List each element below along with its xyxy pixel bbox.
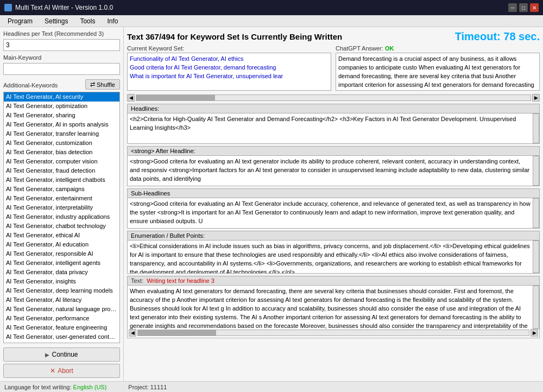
after-headline-scrollbar[interactable] xyxy=(533,156,539,186)
shuffle-icon: ⇄ xyxy=(90,81,95,88)
enumeration-content: <li>Ethical considerations in AI include… xyxy=(128,241,533,273)
app-icon xyxy=(4,4,12,11)
shuffle-button[interactable]: ⇄ Shuffle xyxy=(85,79,120,90)
list-item[interactable]: AI Text Generator, industry applications xyxy=(4,212,119,222)
text-writing-section: Text: Writing text for headline 3 When e… xyxy=(127,276,540,338)
additional-keywords-header: Additional-Keywords ⇄ Shuffle xyxy=(3,79,120,90)
right-panel: Text 367/494 for Keyword Set Is Currentl… xyxy=(124,27,543,381)
keyword-set-col: Current Keyword Set: Functionality of AI… xyxy=(127,45,331,91)
list-item: What is important for AI Text Generator,… xyxy=(130,72,329,80)
list-item[interactable]: AI Text Generator, campaigns xyxy=(4,185,119,194)
sub-headlines-content-wrapper: <strong>Good criteria for evaluating an … xyxy=(128,198,539,228)
list-item[interactable]: AI Text Generator, AI education xyxy=(4,240,119,249)
menu-program[interactable]: Program xyxy=(2,16,38,26)
enumeration-content-main: <li>Ethical considerations in AI include… xyxy=(128,241,533,273)
after-headline-content: <strong>Good criteria for evaluating an … xyxy=(128,156,533,186)
list-item[interactable]: AI Text Generator, entertainment xyxy=(4,194,119,203)
menu-tools[interactable]: Tools xyxy=(74,16,100,26)
text-horiz-scroll[interactable]: ◀ ▶ xyxy=(128,329,539,337)
shuffle-label: Shuffle xyxy=(97,81,115,88)
keyword-row: Current Keyword Set: Functionality of AI… xyxy=(127,45,540,91)
headlines-header: Headlines: xyxy=(128,104,539,113)
action-buttons: ▶ Continue ✕ Abort xyxy=(3,347,120,378)
status-bar: Language for text writing: English (US) … xyxy=(0,381,543,392)
headlines-section: Headlines: <h2>Criteria for High-Quality… xyxy=(127,104,540,144)
sub-headlines-header: Sub-Headlines xyxy=(128,189,539,198)
keywords-list[interactable]: AI Text Generator, AI securityAI Text Ge… xyxy=(3,92,120,343)
list-item[interactable]: AI Text Generator, chatbot technology xyxy=(4,222,119,231)
list-item[interactable]: AI Text Generator, optimization xyxy=(4,102,119,111)
maximize-button[interactable]: □ xyxy=(519,3,528,12)
abort-button[interactable]: ✕ Abort xyxy=(3,364,120,378)
list-item[interactable]: AI Text Generator, bias detection xyxy=(4,148,119,157)
writing-for-label: Writing text for headline 3 xyxy=(147,277,214,284)
minimize-button[interactable]: ─ xyxy=(508,3,517,12)
title-bar-left: Multi Text AI Writer - Version 1.0.0 xyxy=(4,4,113,11)
list-item[interactable]: AI Text Generator, user-generated conten… xyxy=(4,332,119,342)
list-item[interactable]: AI Text Generator, AI literacy xyxy=(4,295,119,305)
list-item[interactable]: AI Text Generator, transfer learning xyxy=(4,129,119,138)
text-content-main: When evaluating AI text generators for d… xyxy=(128,286,533,329)
project-label: Project: 11111 xyxy=(128,384,167,390)
chatgpt-status: OK xyxy=(385,45,394,52)
after-headline-header: <strong> After Headline: xyxy=(128,147,539,156)
menu-settings[interactable]: Settings xyxy=(39,16,73,26)
list-item: Good criteria for AI Text Generator, dem… xyxy=(130,63,329,72)
headlines-scrollbar[interactable] xyxy=(533,113,539,143)
list-item[interactable]: AI Text Generator, data privacy xyxy=(4,268,119,277)
list-item[interactable]: AI Text Generator, responsible AI xyxy=(4,249,119,258)
main-keyword-input[interactable] xyxy=(3,63,120,75)
app-title: Multi Text AI Writer - Version 1.0.0 xyxy=(15,4,113,11)
project-value: 11111 xyxy=(150,384,167,390)
after-headline-content-wrapper: <strong>Good criteria for evaluating an … xyxy=(128,156,539,186)
list-item[interactable]: AI Text Generator, deep learning models xyxy=(4,286,119,295)
scroll-left-btn[interactable]: ◀ xyxy=(127,94,135,102)
list-item[interactable]: AI Text Generator, AI in sports analysis xyxy=(4,120,119,129)
main-title: Text 367/494 for Keyword Set Is Currentl… xyxy=(127,32,342,41)
list-item[interactable]: AI Text Generator, fraud detection xyxy=(4,166,119,175)
list-item[interactable]: AI Text Generator, insights xyxy=(4,277,119,286)
list-item[interactable]: AI Text Generator, intelligent chatbots xyxy=(4,175,119,185)
scroll-track xyxy=(136,94,531,101)
keyword-scroll[interactable]: ◀ ▶ xyxy=(127,94,540,102)
list-item: Functionality of AI Text Generator, AI e… xyxy=(130,54,329,63)
list-item[interactable]: AI Text Generator, feature engineering xyxy=(4,323,119,332)
additional-keywords-label: Additional-Keywords xyxy=(3,82,58,88)
list-item[interactable]: AI Text Generator, natural language proc… xyxy=(4,305,119,314)
list-item[interactable]: AI Text Generator, interpretability xyxy=(4,203,119,212)
scroll-right-btn[interactable]: ▶ xyxy=(532,94,540,102)
list-item[interactable]: AI Text Generator, performance xyxy=(4,314,119,323)
close-button[interactable]: ✕ xyxy=(530,3,539,12)
list-item[interactable]: AI Text Generator, intelligent agents xyxy=(4,258,119,268)
sub-headlines-content: <strong>Good criteria for evaluating an … xyxy=(128,198,533,228)
list-item[interactable]: AI Text Generator, computer vision xyxy=(4,157,119,166)
left-panel: Headlines per Text (Recommended 3) Main-… xyxy=(0,27,124,381)
headlines-content-main: <h2>Criteria for High-Quality AI Text Ge… xyxy=(128,113,533,143)
headlines-input[interactable] xyxy=(3,39,120,51)
headlines-per-text-label: Headlines per Text (Recommended 3) xyxy=(3,30,120,37)
continue-button[interactable]: ▶ Continue xyxy=(3,347,120,362)
enumeration-scrollbar[interactable] xyxy=(533,241,539,273)
text-label: Text: xyxy=(131,277,143,284)
text-scroll-right-btn[interactable]: ▶ xyxy=(531,329,538,337)
sub-headlines-scrollbar[interactable] xyxy=(533,198,539,228)
list-item[interactable]: AI Text Generator, big data xyxy=(4,342,119,343)
chatgpt-label: ChatGPT Answer: OK xyxy=(336,45,540,52)
list-item[interactable]: AI Text Generator, AI security xyxy=(4,92,119,102)
timeout-display: Timeout: 78 sec. xyxy=(455,30,540,43)
title-controls: ─ □ ✕ xyxy=(508,3,539,12)
list-item[interactable]: AI Text Generator, sharing xyxy=(4,111,119,120)
list-item[interactable]: AI Text Generator, customization xyxy=(4,138,119,148)
text-writing-scrollbar[interactable] xyxy=(533,286,539,329)
list-item[interactable]: AI Text Generator, ethical AI xyxy=(4,231,119,240)
text-scroll-left-btn[interactable]: ◀ xyxy=(129,329,136,337)
title-bar: Multi Text AI Writer - Version 1.0.0 ─ □… xyxy=(0,0,543,15)
headlines-content: <h2>Criteria for High-Quality AI Text Ge… xyxy=(128,113,533,143)
abort-label: Abort xyxy=(58,367,73,375)
text-writing-content: When evaluating AI text generators for d… xyxy=(128,286,533,329)
menu-info[interactable]: Info xyxy=(102,16,123,26)
menu-bar: Program Settings Tools Info xyxy=(0,15,543,27)
chatgpt-col: ChatGPT Answer: OK Demand forecasting is… xyxy=(336,45,540,91)
keyword-set-box: Functionality of AI Text Generator, AI e… xyxy=(127,53,331,91)
enumeration-content-wrapper: <li>Ethical considerations in AI include… xyxy=(128,241,539,273)
